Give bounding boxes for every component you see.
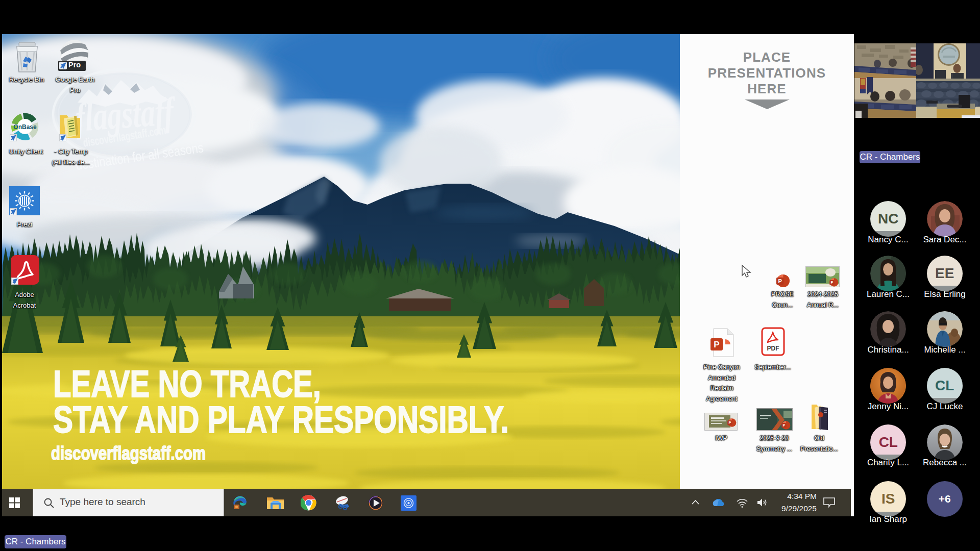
svg-text:OnBase: OnBase (13, 123, 37, 131)
svg-text:discoverflagstaff.com: discoverflagstaff.com (51, 443, 206, 464)
svg-text:STAY AND PLAY RESPONSIBLY.: STAY AND PLAY RESPONSIBLY. (53, 398, 509, 441)
svg-text:P: P (783, 423, 786, 428)
svg-text:P: P (729, 420, 731, 425)
svg-text:P: P (831, 280, 834, 285)
svg-text:P: P (714, 340, 719, 349)
svg-text:P: P (778, 278, 782, 284)
svg-text:PDF: PDF (767, 345, 779, 352)
